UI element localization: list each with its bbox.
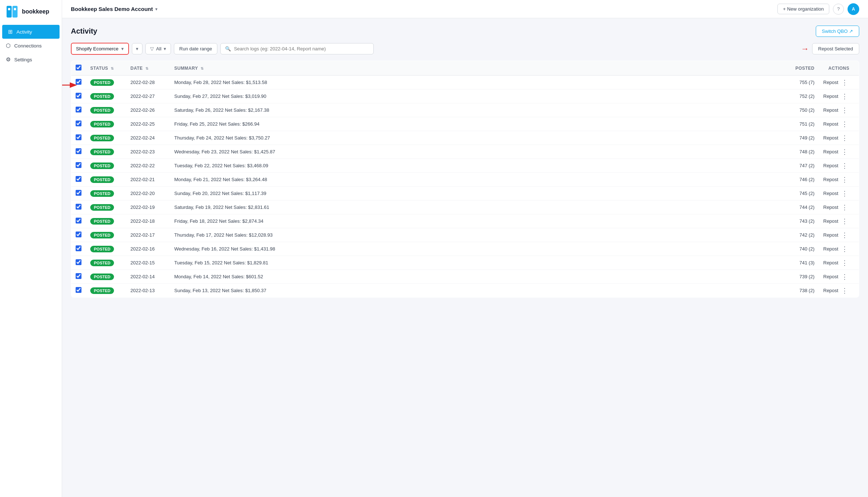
activity-table: STATUS ⇅ DATE ⇅ SUMMARY ⇅ POSTED ACTIONS <box>71 61 859 298</box>
status-badge: POSTED <box>90 218 114 225</box>
more-actions-button[interactable]: ⋮ <box>841 121 848 127</box>
status-badge: POSTED <box>90 93 114 100</box>
more-actions-button[interactable]: ⋮ <box>841 232 848 238</box>
more-actions-button[interactable]: ⋮ <box>841 190 848 197</box>
more-actions-button[interactable]: ⋮ <box>841 135 848 141</box>
repost-button[interactable]: Repost <box>823 149 838 154</box>
page-header: Activity Switch QBO ↗ <box>71 26 859 37</box>
row-checkbox[interactable] <box>76 232 81 237</box>
repost-button[interactable]: Repost <box>823 218 838 224</box>
row-posted: 749 (2) <box>783 131 819 145</box>
svg-rect-0 <box>7 6 12 18</box>
status-sort-icon[interactable]: ⇅ <box>111 66 114 70</box>
more-actions-button[interactable]: ⋮ <box>841 246 848 252</box>
sidebar-item-connections[interactable]: ⬡ Connections <box>0 39 62 53</box>
row-date: 2022-02-16 <box>126 242 170 256</box>
more-actions-button[interactable]: ⋮ <box>841 287 848 294</box>
repost-button[interactable]: Repost <box>823 232 838 238</box>
summary-sort-icon[interactable]: ⇅ <box>201 66 203 70</box>
sidebar-item-settings[interactable]: ⚙ Settings <box>0 53 62 66</box>
red-arrow-checkbox-icon <box>62 80 78 91</box>
row-checkbox[interactable] <box>76 259 81 265</box>
repost-button[interactable]: Repost <box>823 163 838 168</box>
row-checkbox[interactable] <box>76 121 81 126</box>
row-date: 2022-02-14 <box>126 270 170 284</box>
row-checkbox[interactable] <box>76 93 81 99</box>
repost-selected-button[interactable]: Repost Selected <box>812 43 859 54</box>
repost-button[interactable]: Repost <box>823 288 838 293</box>
row-status: POSTED <box>86 76 126 89</box>
row-posted: 751 (2) <box>783 117 819 131</box>
all-filter-dropdown[interactable]: ▽ All ▾ <box>145 43 171 54</box>
row-summary: Monday, Feb 14, 2022 Net Sales: $601.52 <box>170 270 783 284</box>
repost-button[interactable]: Repost <box>823 274 838 279</box>
help-button[interactable]: ? <box>833 4 844 15</box>
row-checkbox[interactable] <box>76 273 81 279</box>
row-checkbox[interactable] <box>76 190 81 196</box>
row-checkbox-cell <box>71 131 86 145</box>
status-badge: POSTED <box>90 274 114 280</box>
repost-button[interactable]: Repost <box>823 80 838 85</box>
row-status: POSTED <box>86 270 126 284</box>
row-summary: Saturday, Feb 26, 2022 Net Sales: $2,167… <box>170 103 783 117</box>
repost-button[interactable]: Repost <box>823 191 838 196</box>
row-checkbox[interactable] <box>76 134 81 140</box>
more-actions-button[interactable]: ⋮ <box>841 79 848 86</box>
repost-button[interactable]: Repost <box>823 246 838 252</box>
row-date: 2022-02-21 <box>126 173 170 187</box>
repost-button[interactable]: Repost <box>823 260 838 265</box>
row-posted: 755 (7) <box>783 76 819 89</box>
row-posted: 743 (2) <box>783 214 819 228</box>
more-actions-button[interactable]: ⋮ <box>841 149 848 155</box>
row-summary: Friday, Feb 25, 2022 Net Sales: $266.94 <box>170 117 783 131</box>
repost-button[interactable]: Repost <box>823 204 838 210</box>
more-actions-button[interactable]: ⋮ <box>841 218 848 225</box>
new-org-button[interactable]: + New organization <box>777 4 829 14</box>
more-actions-button[interactable]: ⋮ <box>841 163 848 169</box>
row-checkbox[interactable] <box>76 162 81 168</box>
header-checkbox-cell <box>71 61 86 76</box>
main-content: Bookkeep Sales Demo Account ▾ + New orga… <box>62 0 868 497</box>
more-actions-button[interactable]: ⋮ <box>841 93 848 100</box>
row-posted: 747 (2) <box>783 159 819 173</box>
source-dropdown[interactable]: Shopify Ecommerce ▾ <box>71 43 129 55</box>
row-actions-cell: Repost ⋮ <box>819 284 859 298</box>
row-posted: 748 (2) <box>783 145 819 159</box>
repost-button[interactable]: Repost <box>823 135 838 141</box>
source-more-button[interactable]: ▾ <box>132 43 142 54</box>
repost-button[interactable]: Repost <box>823 121 838 127</box>
row-checkbox[interactable] <box>76 107 81 112</box>
row-checkbox[interactable] <box>76 148 81 154</box>
row-checkbox[interactable] <box>76 176 81 182</box>
status-badge: POSTED <box>90 79 114 86</box>
sidebar-item-activity[interactable]: ⊞ Activity <box>2 25 60 39</box>
search-input[interactable] <box>234 46 369 51</box>
switch-qbo-button[interactable]: Switch QBO ↗ <box>816 26 859 37</box>
red-arrow-right-icon: → <box>801 44 809 54</box>
more-actions-button[interactable]: ⋮ <box>841 274 848 280</box>
logo-text: bookkeep <box>22 8 49 15</box>
row-status: POSTED <box>86 242 126 256</box>
more-actions-button[interactable]: ⋮ <box>841 107 848 114</box>
topbar-left: Bookkeep Sales Demo Account ▾ <box>71 6 157 12</box>
more-actions-button[interactable]: ⋮ <box>841 260 848 266</box>
select-all-checkbox[interactable] <box>76 65 81 70</box>
status-badge: POSTED <box>90 121 114 127</box>
repost-button[interactable]: Repost <box>823 93 838 99</box>
org-chevron-icon[interactable]: ▾ <box>155 7 157 12</box>
repost-button[interactable]: Repost <box>823 177 838 182</box>
header-summary: SUMMARY ⇅ <box>170 61 783 76</box>
more-actions-button[interactable]: ⋮ <box>841 204 848 211</box>
org-name: Bookkeep Sales Demo Account <box>71 6 153 12</box>
row-checkbox[interactable] <box>76 245 81 251</box>
run-date-button[interactable]: Run date range <box>174 43 218 54</box>
more-actions-button[interactable]: ⋮ <box>841 176 848 183</box>
row-checkbox-cell <box>71 228 86 242</box>
date-sort-icon[interactable]: ⇅ <box>145 66 148 70</box>
row-checkbox[interactable] <box>76 218 81 223</box>
repost-button[interactable]: Repost <box>823 107 838 113</box>
row-checkbox[interactable] <box>76 204 81 210</box>
row-checkbox[interactable] <box>76 287 81 293</box>
avatar[interactable]: A <box>848 3 859 15</box>
row-date: 2022-02-13 <box>126 284 170 298</box>
